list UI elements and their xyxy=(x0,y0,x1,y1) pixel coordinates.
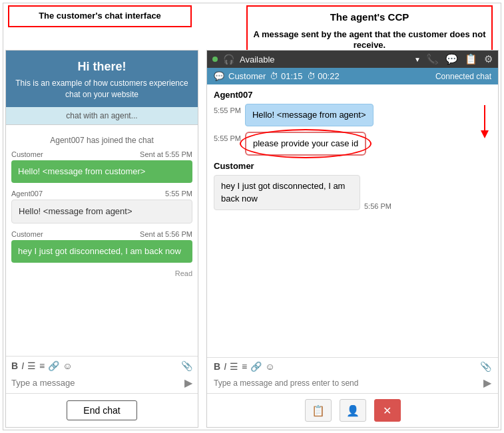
ccp-agent-bubble-1: Hello! <message from agent> xyxy=(245,104,374,126)
agent-time-1: 5:55 PM xyxy=(165,190,192,198)
msg-meta-agent-1: Agent007 5:55 PM xyxy=(11,190,192,198)
main-layout: Hi there! This is an example of how cust… xyxy=(5,50,499,428)
emoji-icon[interactable]: ☺ xyxy=(63,361,72,371)
ccp-toolbar-icons: B I ☰ ≡ 🔗 ☺ xyxy=(214,361,476,372)
ccp-timer2: ⏱ 00:22 xyxy=(307,71,340,81)
send-icon[interactable]: ▶ xyxy=(184,376,192,389)
clipboard-icon[interactable]: 📋 xyxy=(465,53,477,65)
ccp-bold-icon[interactable]: B xyxy=(214,361,220,372)
paperclip-icon[interactable]: 📎 xyxy=(181,361,192,371)
link-icon[interactable]: 🔗 xyxy=(48,361,59,371)
ccp-connected-label: Connected chat xyxy=(435,72,491,81)
ccp-customer-name: Customer xyxy=(228,71,266,81)
ccp-italic-icon[interactable]: I xyxy=(224,361,226,372)
gear-icon[interactable]: ⚙ xyxy=(484,53,493,65)
ccp-paperclip-icon[interactable]: 📎 xyxy=(480,361,491,372)
ordered-list-icon[interactable]: ☰ xyxy=(27,361,36,371)
ccp-timer1: ⏱ 01:15 xyxy=(270,71,302,81)
customer-footer: End chat xyxy=(6,393,198,427)
agent-sender-label-1: Agent007 xyxy=(11,190,43,198)
sender-label-1: Customer xyxy=(11,150,43,158)
ccp-agent-name: Agent007 xyxy=(214,90,491,100)
ccp-send-icon[interactable]: ▶ xyxy=(483,376,491,389)
ccp-customer-section: Customer hey I just got disconnected, I … xyxy=(214,161,491,210)
read-label: Read xyxy=(11,269,192,277)
sent-time-2: Sent at 5:56 PM xyxy=(140,230,192,238)
ccp-emoji-icon[interactable]: ☺ xyxy=(265,361,274,372)
agent-annotation-title: The agent's CCP xyxy=(253,11,486,24)
ccp-link-icon[interactable]: 🔗 xyxy=(250,361,262,372)
ccp-customer-section-name: Customer xyxy=(214,161,491,171)
ccp-customer-time-1: 5:56 PM xyxy=(364,202,391,210)
chat-icon[interactable]: 💬 xyxy=(445,53,458,65)
ccp-status-bar: 🎧 Available ▼ 📞 💬 📋 ⚙ xyxy=(207,51,498,68)
customer-panel: Hi there! This is an example of how cust… xyxy=(5,50,198,428)
customer-input-row: ▶ xyxy=(6,374,198,393)
end-chat-button[interactable]: End chat xyxy=(67,400,136,420)
ccp-toolbar: B I ☰ ≡ 🔗 ☺ 📎 xyxy=(207,357,498,374)
agent-panel: 🎧 Available ▼ 📞 💬 📋 ⚙ 💬 Customer ⏱ 01:15… xyxy=(206,50,499,428)
msg-meta-2: Customer Sent at 5:56 PM xyxy=(11,230,192,238)
ccp-message-input[interactable] xyxy=(214,378,481,388)
ccp-unordered-list-icon[interactable]: ≡ xyxy=(242,361,247,372)
ccp-end-chat-button[interactable]: ✕ xyxy=(374,399,401,422)
bold-icon[interactable]: B xyxy=(11,361,18,371)
customer-msg-1: Customer Sent at 5:55 PM Hello! <message… xyxy=(11,150,192,183)
ccp-add-participant-button[interactable]: 👤 xyxy=(340,399,366,422)
customer-header: Hi there! This is an example of how cust… xyxy=(6,51,198,107)
ccp-agent-msg-2: 5:55 PM please provide your case id xyxy=(214,132,491,156)
customer-bubble-2: hey I just got disconnected, I am back n… xyxy=(11,240,192,263)
ccp-agent-time-2: 5:55 PM xyxy=(214,132,241,142)
customer-message-list: Agent007 has joined the chat Customer Se… xyxy=(6,125,198,356)
agent-annotation-sub: A message sent by the agent that the cus… xyxy=(253,29,486,52)
customer-toolbar: B I ☰ ≡ 🔗 ☺ 📎 xyxy=(6,356,198,374)
greeting-text: Hi there! xyxy=(13,60,191,74)
system-message: Agent007 has joined the chat xyxy=(11,136,192,145)
chat-with-agent-text: chat with an agent... xyxy=(66,111,137,120)
status-label[interactable]: Available xyxy=(240,55,407,65)
sent-time-1: Sent at 5:55 PM xyxy=(140,150,192,158)
ccp-customer-bar: 💬 Customer ⏱ 01:15 ⏱ 00:22 Connected cha… xyxy=(207,68,498,84)
customer-message-input[interactable] xyxy=(11,378,182,388)
headset-icon: 🎧 xyxy=(223,54,234,65)
ccp-agent-time-1: 5:55 PM xyxy=(214,104,241,114)
unordered-list-icon[interactable]: ≡ xyxy=(39,361,45,371)
ccp-transfer-button[interactable]: 📋 xyxy=(305,399,332,422)
ccp-ordered-list-icon[interactable]: ☰ xyxy=(230,361,238,372)
chevron-down-icon[interactable]: ▼ xyxy=(414,56,421,63)
ccp-customer-msg-1: hey I just got disconnected, I am back n… xyxy=(214,175,491,210)
customer-msg-2: Customer Sent at 5:56 PM hey I just got … xyxy=(11,230,192,263)
ccp-message-list: Agent007 5:55 PM Hello! <message from ag… xyxy=(207,84,498,357)
ccp-agent-section: Agent007 5:55 PM Hello! <message from ag… xyxy=(214,90,491,156)
ccp-customer-bubble-1: hey I just got disconnected, I am back n… xyxy=(214,175,360,210)
ccp-input-row: ▶ xyxy=(207,374,498,394)
agent-annotation-box: The agent's CCP A message sent by the ag… xyxy=(246,5,493,57)
ccp-footer: 📋 👤 ✕ xyxy=(207,394,498,427)
annotation-arrow xyxy=(475,105,495,138)
customer-chat-icon: 💬 xyxy=(214,71,224,81)
msg-meta-1: Customer Sent at 5:55 PM xyxy=(11,150,192,158)
agent-bubble-1: Hello! <message from agent> xyxy=(11,200,192,223)
ccp-agent-bubble-draft: please provide your case id xyxy=(245,132,366,156)
status-dot xyxy=(212,57,218,62)
customer-annotation-box: The customer's chat interface xyxy=(8,5,192,27)
italic-icon[interactable]: I xyxy=(21,361,24,371)
header-sub-text: This is an example of how customers expe… xyxy=(13,78,191,100)
customer-annotation-text: The customer's chat interface xyxy=(39,11,161,21)
chat-with-agent-bar: chat with an agent... xyxy=(6,107,198,125)
phone-icon[interactable]: 📞 xyxy=(426,53,439,65)
sender-label-2: Customer xyxy=(11,230,43,238)
customer-bubble-1: Hello! <message from customer> xyxy=(11,160,192,183)
toolbar-icons: B I ☰ ≡ 🔗 ☺ xyxy=(11,361,177,371)
ccp-customer-bar-left: 💬 Customer ⏱ 01:15 ⏱ 00:22 xyxy=(214,71,340,81)
ccp-icons: 📞 💬 📋 ⚙ xyxy=(426,53,493,65)
ccp-agent-msg-1: 5:55 PM Hello! <message from agent> xyxy=(214,104,491,126)
agent-msg-1: Agent007 5:55 PM Hello! <message from ag… xyxy=(11,190,192,223)
